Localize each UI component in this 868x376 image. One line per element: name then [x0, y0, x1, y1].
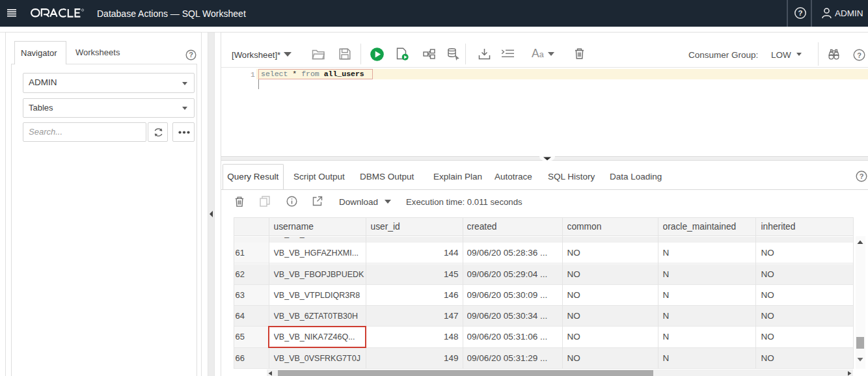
svg-text:?: ?	[857, 51, 861, 59]
svg-text:?: ?	[860, 172, 864, 180]
svg-text:?: ?	[189, 51, 193, 59]
svg-text:?: ?	[798, 9, 802, 17]
